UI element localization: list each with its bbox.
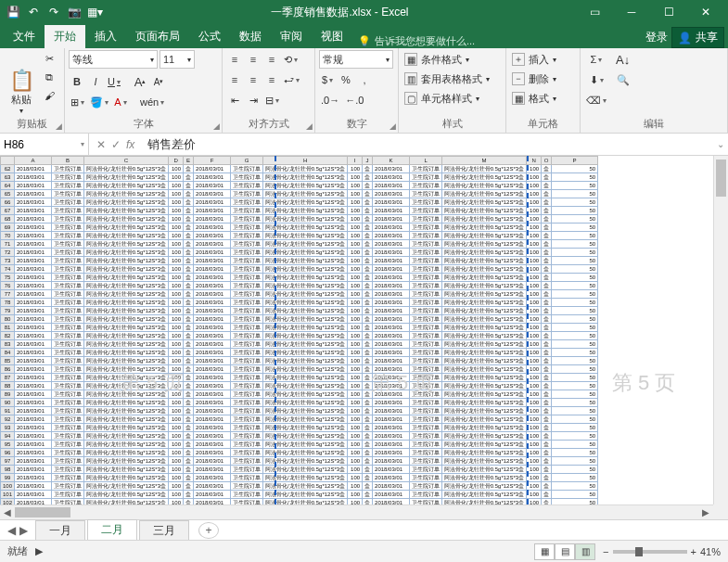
orientation-icon[interactable]: ⟲ [282, 50, 300, 69]
sheet-tab[interactable]: 三月 [139, 520, 189, 541]
scroll-thumb[interactable] [716, 160, 726, 197]
tab-layout[interactable]: 页面布局 [126, 25, 189, 48]
formula-bar: H86▾ ✕ ✓ fx 销售差价 ⌄ [0, 134, 728, 156]
copy-icon[interactable]: ⧉ [41, 69, 57, 85]
tab-view[interactable]: 视图 [312, 25, 352, 48]
share-button[interactable]: 👤 共享 [671, 27, 724, 48]
align-left-icon[interactable]: ≡ [226, 70, 243, 89]
sheet-tab[interactable]: 一月 [35, 520, 85, 541]
tab-review[interactable]: 审阅 [271, 25, 312, 48]
maximize-icon[interactable]: ☐ [650, 0, 687, 24]
align-right-icon[interactable]: ≡ [263, 70, 280, 89]
format-cells-button[interactable]: ▦格式▾ [510, 89, 576, 108]
phonetic-button[interactable]: wén [138, 93, 166, 111]
launcher-icon[interactable]: ◢ [390, 121, 396, 131]
grid[interactable]: ABCDEFGHIJKLMNOP622018/03/01卫生院订单阿法骨化/龙牡… [0, 156, 713, 505]
italic-button[interactable]: I [87, 72, 104, 91]
page-watermark: 第 5 页 [612, 369, 675, 397]
fill-color-button[interactable]: 🪣 [88, 93, 110, 111]
cell-style-icon: ▢ [404, 92, 417, 105]
align-bottom-icon[interactable]: ≡ [263, 50, 280, 69]
zoom-slider[interactable] [613, 550, 687, 554]
page-break-view-icon[interactable]: ▥ [575, 543, 595, 560]
bold-button[interactable]: B [69, 72, 85, 91]
find-select-button[interactable]: 🔍 [614, 70, 632, 89]
camera-icon[interactable]: 📷 [65, 3, 83, 21]
shrink-font-button[interactable]: A▾ [150, 72, 167, 91]
underline-button[interactable]: U [106, 72, 122, 91]
align-middle-icon[interactable]: ≡ [245, 50, 262, 69]
format-as-table-button[interactable]: ▥套用表格格式▾ [402, 70, 502, 88]
scroll-left-icon[interactable]: ◀ [0, 507, 15, 517]
comma-button[interactable]: , [356, 70, 373, 89]
vertical-scrollbar[interactable] [713, 156, 728, 505]
minimize-icon[interactable]: ─ [613, 0, 650, 24]
grow-font-button[interactable]: A▴ [132, 72, 148, 91]
launcher-icon[interactable]: ◢ [306, 121, 313, 131]
align-top-icon[interactable]: ≡ [226, 50, 243, 69]
conditional-format-button[interactable]: ▦条件格式▾ [402, 50, 502, 69]
autosum-button[interactable]: Σ [584, 50, 608, 69]
undo-icon[interactable]: ↶ [24, 3, 43, 21]
insert-cells-button[interactable]: ＋插入▾ [510, 50, 576, 69]
login-link[interactable]: 登录 [645, 30, 668, 45]
enter-icon[interactable]: ✓ [111, 138, 121, 151]
new-sheet-button[interactable]: + [198, 522, 219, 539]
normal-view-icon[interactable]: ▦ [534, 543, 555, 560]
zoom-in-icon[interactable]: + [691, 546, 696, 557]
tab-data[interactable]: 数据 [230, 25, 271, 48]
tab-nav-right-icon[interactable]: ▶ [19, 524, 28, 537]
table-icon[interactable]: ▦▾ [85, 3, 104, 21]
expand-formula-icon[interactable]: ⌄ [713, 139, 728, 149]
zoom-level[interactable]: 41% [700, 546, 721, 557]
redo-icon[interactable]: ↷ [45, 3, 63, 21]
font-size-select[interactable]: 11▾ [160, 50, 195, 69]
scroll-right-icon[interactable]: ▶ [698, 507, 713, 517]
clear-button[interactable]: ⌫ [584, 91, 608, 109]
name-box[interactable]: H86▾ [0, 134, 89, 155]
fill-button[interactable]: ⬇ [584, 70, 608, 89]
align-center-icon[interactable]: ≡ [245, 70, 262, 89]
tab-nav-left-icon[interactable]: ◀ [7, 524, 16, 537]
merge-button[interactable]: ⊟ [263, 91, 281, 109]
ribbon-options-icon[interactable]: ▭ [576, 0, 613, 24]
tell-me[interactable]: 💡 告诉我您想要做什么... [358, 34, 475, 48]
fx-icon[interactable]: fx [126, 138, 134, 151]
scroll-thumb[interactable] [15, 507, 70, 517]
tab-insert[interactable]: 插入 [85, 25, 126, 48]
accounting-button[interactable]: $ [319, 70, 336, 89]
launcher-icon[interactable]: ◢ [213, 121, 220, 131]
delete-cells-button[interactable]: －删除▾ [510, 70, 576, 88]
font-color-button[interactable]: A [112, 93, 129, 111]
increase-decimal-icon[interactable]: .0→ [319, 91, 341, 109]
tab-home[interactable]: 开始 [45, 25, 85, 48]
group-number: 常规▾ $ % , .0→ ←.0 数字◢ [315, 48, 399, 133]
save-icon[interactable]: 💾 [4, 3, 22, 21]
border-button[interactable]: ⊞ [69, 93, 86, 111]
cell-styles-button[interactable]: ▢单元格样式▾ [402, 89, 502, 108]
sort-filter-button[interactable]: A↓ [614, 50, 632, 69]
zoom-out-icon[interactable]: − [603, 546, 608, 557]
horizontal-scrollbar[interactable]: ◀ ▶ [0, 505, 713, 519]
indent-increase-icon[interactable]: ⇥ [245, 91, 262, 109]
indent-decrease-icon[interactable]: ⇤ [226, 91, 243, 109]
tab-formula[interactable]: 公式 [189, 25, 230, 48]
close-icon[interactable]: ✕ [687, 0, 724, 24]
macro-record-icon[interactable]: ▶ [35, 545, 43, 557]
font-name-select[interactable]: 等线▾ [69, 50, 158, 69]
sheet-tab[interactable]: 二月 [87, 519, 137, 542]
format-painter-icon[interactable]: 🖌 [41, 87, 57, 104]
title-bar: 💾 ↶ ↷ 📷 ▦▾ 一季度销售数据.xlsx - Excel ▭ ─ ☐ ✕ [0, 0, 728, 24]
wrap-text-icon[interactable]: ⮐ [282, 70, 301, 89]
percent-button[interactable]: % [338, 70, 354, 89]
page-layout-view-icon[interactable]: ▤ [555, 543, 575, 560]
decrease-decimal-icon[interactable]: ←.0 [343, 91, 365, 109]
number-format-select[interactable]: 常规▾ [319, 50, 393, 69]
launcher-icon[interactable]: ◢ [56, 121, 62, 131]
tab-file[interactable]: 文件 [4, 25, 45, 48]
formula-input[interactable]: 销售差价 [142, 136, 713, 153]
cut-icon[interactable]: ✂ [41, 50, 57, 67]
data-table[interactable]: ABCDEFGHIJKLMNOP622018/03/01卫生院订单阿法骨化/龙牡… [0, 156, 598, 505]
tell-me-text: 告诉我您想要做什么... [375, 34, 475, 48]
cancel-icon[interactable]: ✕ [96, 138, 106, 151]
